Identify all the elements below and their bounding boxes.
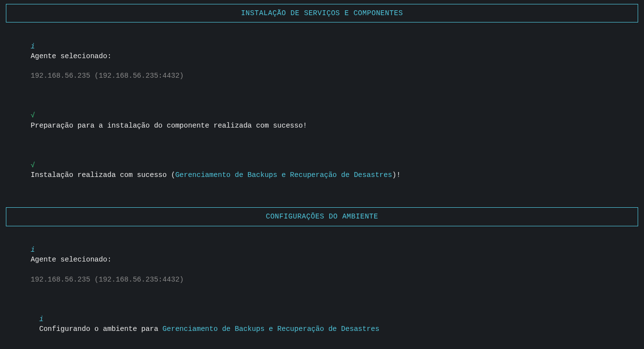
agent-line: i Agente selecionado: 192.168.56.235 (19… <box>14 235 638 295</box>
configuring-line: i Configurando o ambiente para Gerenciam… <box>14 305 638 344</box>
install-success-prefix: Instalação realizada com sucesso ( <box>31 171 175 179</box>
info-icon: i <box>31 246 35 254</box>
agent-value: 192.168.56.235 (192.168.56.235:4432) <box>31 72 184 80</box>
section-header-config: CONFIGURAÇÕES DO AMBIENTE <box>6 207 638 226</box>
agent-label: Agente selecionado: <box>31 256 111 263</box>
info-icon: i <box>39 315 43 323</box>
configuring-group: i Configurando o ambiente para Gerenciam… <box>14 305 638 349</box>
configuring-component: Gerenciamento de Backups e Recuperação d… <box>163 325 380 333</box>
install-success-line: √ Instalação realizada com sucesso (Gere… <box>14 150 638 190</box>
check-icon: √ <box>31 161 35 169</box>
install-success-suffix: )! <box>392 171 400 179</box>
install-content: i Agente selecionado: 192.168.56.235 (19… <box>0 26 644 203</box>
info-icon: i <box>31 43 35 50</box>
install-component-name: Gerenciamento de Backups e Recuperação d… <box>175 171 392 179</box>
section-header-install: INSTALAÇÃO DE SERVIÇOS E COMPONENTES <box>6 4 638 22</box>
prep-success-line: √ Preparação para a instalação do compon… <box>14 101 638 140</box>
configuring-prefix: Configurando o ambiente para <box>39 325 162 333</box>
section-title-install: INSTALAÇÃO DE SERVIÇOS E COMPONENTES <box>241 9 403 17</box>
component-line: i Componente pgBackRest <box>14 344 638 349</box>
agent-value: 192.168.56.235 (192.168.56.235:4432) <box>31 276 184 284</box>
agent-line: i Agente selecionado: 192.168.56.235 (19… <box>14 31 638 91</box>
config-content: i Agente selecionado: 192.168.56.235 (19… <box>0 230 644 349</box>
check-icon: √ <box>31 111 35 119</box>
agent-label: Agente selecionado: <box>31 52 111 60</box>
prep-success-text: Preparação para a instalação do componen… <box>31 122 307 130</box>
section-title-config: CONFIGURAÇÕES DO AMBIENTE <box>266 213 378 220</box>
